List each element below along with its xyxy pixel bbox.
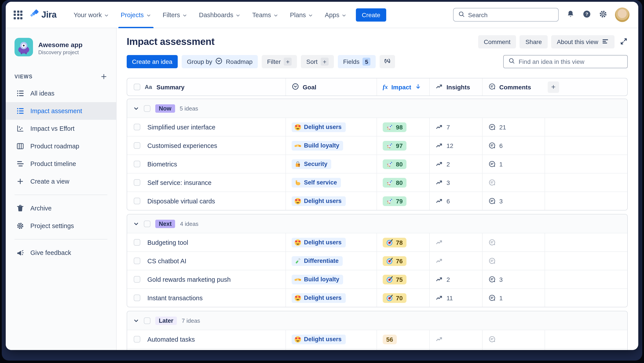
column-header-comments[interactable]: Comments [482, 78, 544, 96]
impact-chip[interactable]: 80 [383, 178, 406, 187]
row-checkbox[interactable] [134, 258, 140, 264]
impact-chip[interactable]: 75 [383, 274, 406, 284]
nav-item-your-work[interactable]: Your work [68, 2, 115, 28]
goal-chip[interactable]: Build loyalty [292, 274, 343, 284]
impact-chip[interactable]: 70 [383, 293, 406, 303]
row-checkbox[interactable] [134, 276, 140, 283]
group-checkbox[interactable] [144, 220, 150, 227]
sidebar-item-impact-assesment[interactable]: Impact assesment [6, 102, 116, 120]
nav-item-apps[interactable]: Apps [319, 2, 352, 28]
goal-chip[interactable]: Differentiate [292, 256, 343, 266]
project-header[interactable]: Awesome app Discovery project [6, 38, 116, 58]
column-header-impact[interactable]: fx Impact [376, 78, 429, 96]
group-header-later[interactable]: Later7 ideas [127, 311, 627, 330]
summary-cell[interactable]: CS chatbot AI [127, 252, 286, 270]
comments-metric[interactable] [488, 335, 499, 343]
find-idea-input[interactable] [519, 58, 623, 65]
comments-metric[interactable] [488, 179, 499, 186]
insights-metric[interactable]: 6 [436, 197, 450, 205]
impact-chip[interactable]: 80 [383, 159, 406, 169]
settings-button[interactable] [599, 10, 608, 20]
comments-metric[interactable]: 3 [488, 197, 503, 205]
comments-metric[interactable]: 6 [488, 142, 503, 149]
insights-metric[interactable]: 2 [436, 160, 450, 168]
row-checkbox[interactable] [134, 124, 140, 130]
summary-cell[interactable]: Customised experiences [127, 137, 286, 155]
jira-logo[interactable]: Jira [30, 9, 56, 20]
group-checkbox[interactable] [144, 105, 150, 112]
goal-chip[interactable]: Delight users [292, 122, 346, 132]
goal-chip[interactable]: Delight users [292, 196, 346, 206]
comments-metric[interactable]: 3 [488, 276, 503, 283]
insights-metric[interactable]: 3 [436, 179, 450, 186]
create-idea-button[interactable]: Create an idea [127, 55, 178, 68]
group-checkbox[interactable] [144, 317, 150, 324]
global-search-input[interactable] [468, 11, 554, 18]
summary-cell[interactable]: Biometrics [127, 155, 286, 173]
sort-button[interactable]: Sort+ [301, 55, 334, 68]
group-header-next[interactable]: Next4 ideas [127, 214, 627, 233]
nav-item-dashboards[interactable]: Dashboards [193, 2, 246, 28]
sidebar-item-project-settings[interactable]: Project settings [6, 217, 116, 235]
summary-cell[interactable]: Budgeting tool [127, 233, 286, 251]
row-checkbox[interactable] [134, 239, 140, 246]
group-header-now[interactable]: Now5 ideas [127, 99, 627, 118]
insights-metric[interactable]: 2 [436, 276, 450, 283]
user-avatar[interactable] [615, 8, 630, 22]
help-button[interactable]: ? [582, 10, 591, 20]
create-button[interactable]: Create [356, 8, 386, 21]
impact-chip[interactable]: 97 [383, 141, 406, 150]
summary-cell[interactable]: Instant transactions [127, 289, 286, 307]
goal-chip[interactable]: Delight users [292, 334, 346, 344]
goal-chip[interactable]: Security [292, 159, 332, 169]
insights-metric[interactable]: 12 [436, 142, 453, 149]
global-search[interactable] [453, 8, 559, 22]
sidebar-item-all-ideas[interactable]: All ideas [6, 85, 116, 102]
impact-chip[interactable]: 76 [383, 256, 406, 266]
insights-metric[interactable] [436, 239, 446, 246]
nav-item-plans[interactable]: Plans [284, 2, 319, 28]
sidebar-item-give-feedback[interactable]: Give feedback [6, 244, 116, 261]
auto-sort-button[interactable]: A [380, 55, 395, 68]
about-view-button[interactable]: About this view [551, 35, 614, 49]
comments-metric[interactable]: 1 [488, 294, 503, 302]
goal-chip[interactable]: Delight users [292, 293, 346, 303]
row-checkbox[interactable] [134, 336, 140, 342]
nav-item-projects[interactable]: Projects [115, 2, 157, 28]
summary-cell[interactable]: Disposable virtual cards [127, 192, 286, 210]
summary-cell[interactable]: Self service: insurance [127, 173, 286, 192]
row-checkbox[interactable] [134, 161, 140, 167]
sidebar-item-product-timeline[interactable]: Product timeline [6, 155, 116, 173]
row-checkbox[interactable] [134, 294, 140, 301]
insights-metric[interactable]: 7 [436, 123, 450, 131]
comments-metric[interactable] [488, 257, 499, 265]
fullscreen-button[interactable] [620, 37, 628, 47]
sidebar-item-product-roadmap[interactable]: Product roadmap [6, 137, 116, 155]
add-column-button[interactable]: + [548, 81, 559, 93]
sidebar-item-impact-vs-effort[interactable]: Impact vs Effort [6, 120, 116, 137]
impact-chip[interactable]: 78 [383, 237, 406, 247]
column-header-summary[interactable]: Aa Summary [127, 78, 286, 96]
summary-cell[interactable]: Automated tasks [127, 330, 286, 348]
comments-metric[interactable] [488, 239, 499, 246]
nav-item-teams[interactable]: Teams [246, 2, 284, 28]
comments-metric[interactable]: 21 [488, 123, 506, 131]
summary-cell[interactable]: Simplified user interface [127, 118, 286, 136]
goal-chip[interactable]: Self service [292, 178, 341, 187]
app-switcher-icon[interactable] [14, 10, 22, 19]
insights-metric[interactable]: 11 [436, 294, 453, 302]
impact-chip[interactable]: 56 [383, 334, 396, 344]
insights-metric[interactable] [436, 335, 446, 343]
row-checkbox[interactable] [134, 198, 140, 204]
filter-button[interactable]: Filter+ [262, 55, 297, 68]
row-checkbox[interactable] [134, 179, 140, 186]
impact-chip[interactable]: 98 [383, 122, 406, 132]
notifications-button[interactable] [566, 10, 575, 20]
group-by-button[interactable]: Group by Roadmap [182, 55, 258, 68]
summary-cell[interactable]: Gold rewards marketing push [127, 270, 286, 288]
goal-chip[interactable]: Build loyalty [292, 141, 343, 150]
insights-metric[interactable] [436, 257, 446, 265]
comments-metric[interactable]: 1 [488, 160, 503, 168]
fields-button[interactable]: Fields5 [338, 55, 376, 68]
sidebar-item-archive[interactable]: Archive [6, 199, 116, 217]
